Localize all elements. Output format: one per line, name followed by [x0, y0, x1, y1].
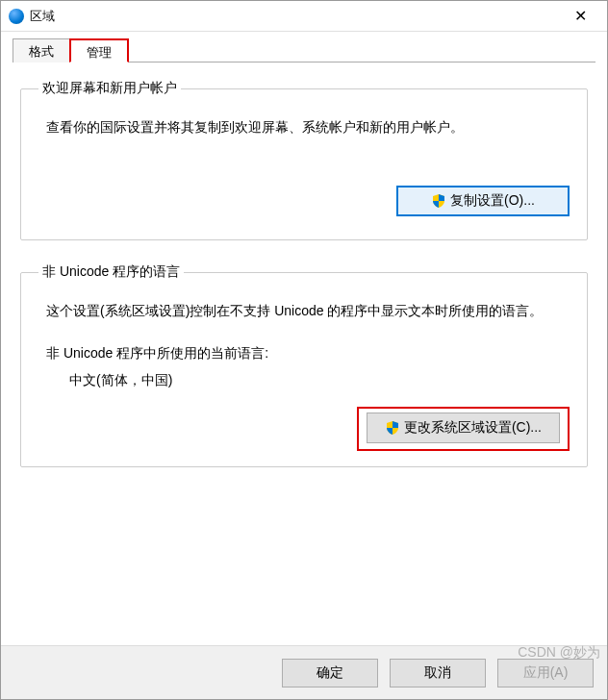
shield-icon [431, 193, 446, 209]
welcome-button-row: 复制设置(O)... [38, 186, 570, 216]
nonunicode-desc: 这个设置(系统区域设置)控制在不支持 Unicode 的程序中显示文本时所使用的… [46, 300, 570, 321]
globe-icon [9, 9, 24, 24]
welcome-group: 欢迎屏幕和新用户帐户 查看你的国际设置并将其复制到欢迎屏幕、系统帐户和新的用户帐… [20, 80, 588, 240]
change-locale-button[interactable]: 更改系统区域设置(C)... [367, 412, 560, 443]
tabs: 格式 管理 [13, 38, 595, 62]
content-area: 格式 管理 欢迎屏幕和新用户帐户 查看你的国际设置并将其复制到欢迎屏幕、系统帐户… [1, 32, 607, 645]
ok-button[interactable]: 确定 [282, 659, 378, 688]
tab-content-admin: 欢迎屏幕和新用户帐户 查看你的国际设置并将其复制到欢迎屏幕、系统帐户和新的用户帐… [13, 62, 595, 645]
tab-label: 管理 [87, 45, 112, 60]
copy-settings-label: 复制设置(O)... [450, 192, 535, 210]
titlebar-title: 区域 [30, 8, 561, 25]
close-icon[interactable]: ✕ [561, 3, 599, 30]
dialog-footer: 确定 取消 应用(A) [1, 645, 607, 699]
tab-admin[interactable]: 管理 [69, 38, 129, 62]
nonunicode-legend: 非 Unicode 程序的语言 [38, 263, 184, 281]
cancel-button[interactable]: 取消 [390, 659, 486, 688]
nonunicode-group: 非 Unicode 程序的语言 这个设置(系统区域设置)控制在不支持 Unico… [20, 263, 588, 466]
change-locale-highlight: 更改系统区域设置(C)... [357, 407, 570, 451]
welcome-desc: 查看你的国际设置并将其复制到欢迎屏幕、系统帐户和新的用户帐户。 [46, 116, 570, 138]
nonunicode-button-row: 更改系统区域设置(C)... [38, 407, 570, 451]
welcome-legend: 欢迎屏幕和新用户帐户 [38, 80, 181, 97]
region-dialog: 区域 ✕ 格式 管理 欢迎屏幕和新用户帐户 查看你的国际设置并将其复制到欢迎屏幕… [0, 0, 608, 700]
copy-settings-button[interactable]: 复制设置(O)... [396, 186, 570, 216]
tab-label: 格式 [29, 44, 54, 59]
current-locale-label: 非 Unicode 程序中所使用的当前语言: [46, 345, 570, 362]
current-locale-value: 中文(简体，中国) [69, 372, 570, 389]
apply-button[interactable]: 应用(A) [497, 659, 594, 688]
change-locale-label: 更改系统区域设置(C)... [404, 419, 542, 437]
shield-icon [385, 420, 400, 436]
tab-format[interactable]: 格式 [13, 38, 70, 62]
titlebar: 区域 ✕ [1, 1, 607, 32]
